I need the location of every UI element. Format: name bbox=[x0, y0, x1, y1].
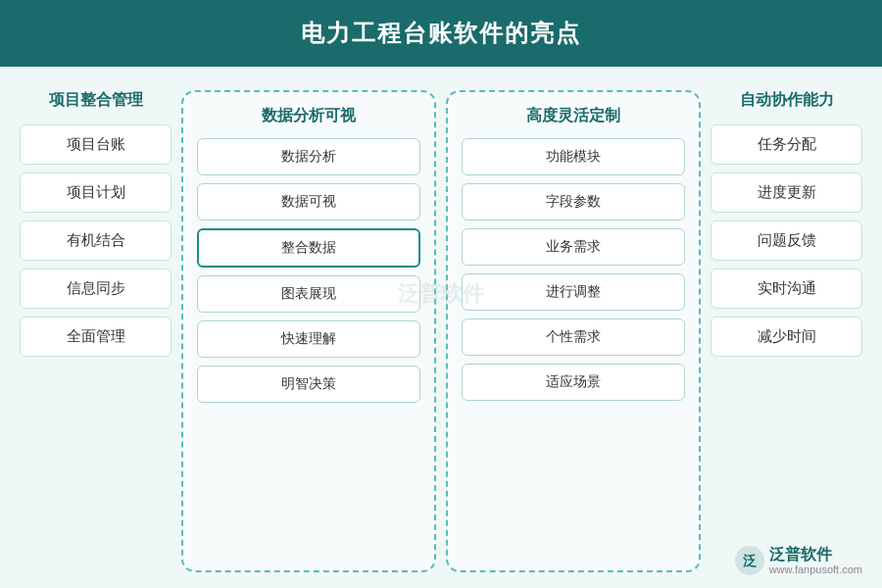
middle-left-item-1: 数据可视 bbox=[197, 183, 420, 220]
middle-right-item-4: 个性需求 bbox=[462, 318, 685, 356]
middle-left-item-0: 数据分析 bbox=[197, 138, 420, 175]
left-section-title: 项目整合管理 bbox=[20, 90, 172, 111]
svg-text:泛: 泛 bbox=[743, 553, 758, 568]
left-item-0: 项目台账 bbox=[20, 124, 172, 165]
right-section-title: 自动协作能力 bbox=[710, 90, 862, 111]
right-item-1: 进度更新 bbox=[710, 172, 862, 213]
middle-left-item-4: 快速理解 bbox=[197, 320, 420, 358]
left-item-4: 全面管理 bbox=[20, 317, 172, 357]
footer-logo-text: 泛普软件 www.fanpusoft.com bbox=[769, 545, 862, 576]
middle-wrapper: 数据分析可视 数据分析 数据可视 整合数据 图表展现 快速理解 明智决策 高度灵… bbox=[181, 90, 701, 572]
right-section: 自动协作能力 任务分配 进度更新 问题反馈 实时沟通 减少时间 bbox=[710, 90, 862, 572]
main-content: 项目整合管理 项目台账 项目计划 有机结合 信息同步 全面管理 数据分析可视 数… bbox=[0, 67, 882, 588]
middle-left-title: 数据分析可视 bbox=[197, 106, 420, 126]
middle-left-item-2: 整合数据 bbox=[197, 228, 420, 268]
right-item-3: 实时沟通 bbox=[710, 269, 862, 309]
left-item-2: 有机结合 bbox=[20, 220, 172, 261]
middle-right-item-1: 字段参数 bbox=[462, 183, 685, 220]
middle-right-section: 高度灵活定制 功能模块 字段参数 业务需求 进行调整 个性需求 适应场景 bbox=[446, 90, 701, 572]
left-item-3: 信息同步 bbox=[20, 269, 172, 309]
middle-right-item-0: 功能模块 bbox=[462, 138, 685, 175]
footer-logo: 泛 泛普软件 www.fanpusoft.com bbox=[734, 545, 862, 576]
left-section: 项目整合管理 项目台账 项目计划 有机结合 信息同步 全面管理 bbox=[20, 90, 172, 572]
middle-right-title: 高度灵活定制 bbox=[462, 106, 685, 126]
brand-name: 泛普软件 bbox=[769, 545, 862, 564]
middle-left-section: 数据分析可视 数据分析 数据可视 整合数据 图表展现 快速理解 明智决策 bbox=[181, 90, 436, 572]
left-item-1: 项目计划 bbox=[20, 172, 172, 213]
right-item-0: 任务分配 bbox=[710, 124, 862, 165]
header-title: 电力工程台账软件的亮点 bbox=[301, 20, 581, 46]
middle-right-item-5: 适应场景 bbox=[462, 364, 685, 401]
brand-url: www.fanpusoft.com bbox=[769, 564, 862, 576]
middle-right-item-3: 进行调整 bbox=[462, 273, 685, 311]
middle-right-item-2: 业务需求 bbox=[462, 228, 685, 266]
middle-left-item-5: 明智决策 bbox=[197, 366, 420, 403]
right-item-2: 问题反馈 bbox=[710, 220, 862, 261]
header: 电力工程台账软件的亮点 bbox=[0, 0, 882, 67]
middle-left-item-3: 图表展现 bbox=[197, 275, 420, 313]
brand-icon: 泛 bbox=[734, 545, 765, 576]
right-item-4: 减少时间 bbox=[710, 317, 862, 357]
